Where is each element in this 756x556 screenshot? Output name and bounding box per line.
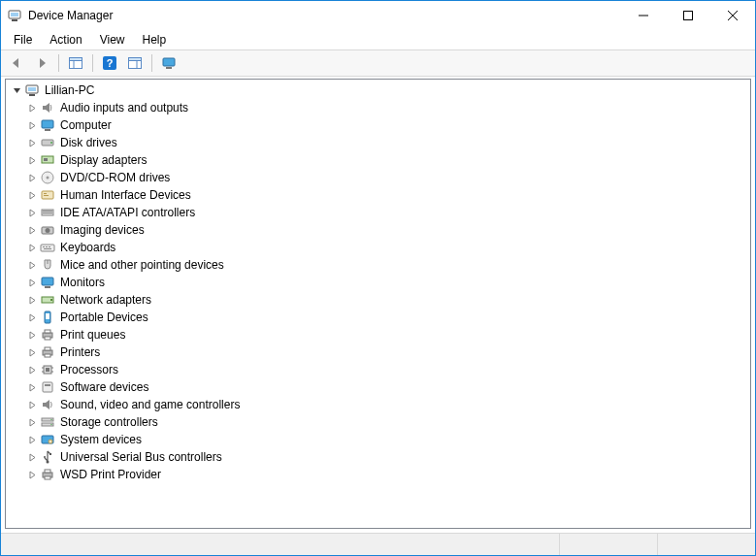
svg-rect-50 [45, 337, 50, 340]
svg-rect-52 [45, 347, 50, 350]
network-icon [40, 292, 55, 308]
status-pane [1, 534, 560, 555]
chevron-right-icon[interactable] [25, 206, 39, 219]
tree-category[interactable]: Monitors [6, 274, 750, 291]
svg-rect-20 [42, 120, 53, 128]
toolbar-separator [151, 54, 152, 72]
chevron-right-icon[interactable] [25, 450, 39, 464]
tree-category-label: Portable Devices [58, 311, 150, 324]
chevron-right-icon[interactable] [25, 380, 39, 394]
tree-category[interactable]: Human Interface Devices [6, 186, 750, 204]
toolbar-show-hide-action-pane-button[interactable] [123, 51, 147, 75]
svg-rect-32 [43, 211, 52, 212]
tree-category[interactable]: Portable Devices [6, 309, 750, 326]
minimize-button[interactable] [621, 1, 666, 30]
svg-rect-25 [44, 158, 48, 161]
menu-view[interactable]: View [93, 32, 132, 48]
svg-point-68 [47, 461, 49, 464]
chevron-right-icon[interactable] [25, 468, 39, 481]
chevron-right-icon[interactable] [25, 311, 39, 324]
toolbar: ? [1, 49, 755, 77]
chevron-right-icon[interactable] [25, 433, 39, 446]
tree-category[interactable]: Universal Serial Bus controllers [6, 448, 750, 466]
tree-category[interactable]: Imaging devices [6, 221, 750, 239]
chevron-right-icon[interactable] [25, 241, 39, 254]
svg-rect-4 [684, 12, 693, 20]
menu-file[interactable]: File [7, 32, 39, 48]
toolbar-forward-button[interactable] [30, 51, 53, 75]
toolbar-separator [58, 54, 59, 72]
tree-root[interactable]: Lillian-PC [6, 82, 750, 99]
tree-category[interactable]: Computer [6, 116, 750, 134]
tree-category[interactable]: Audio inputs and outputs [6, 99, 750, 116]
svg-rect-37 [43, 246, 45, 247]
printer-icon [40, 467, 55, 482]
tree-category[interactable]: Printers [6, 343, 750, 361]
tree-category[interactable]: DVD/CD-ROM drives [6, 169, 750, 186]
svg-rect-21 [45, 129, 50, 131]
tree-category-label: Disk drives [58, 136, 119, 149]
chevron-right-icon[interactable] [25, 415, 39, 429]
tree-category[interactable]: Software devices [6, 378, 750, 396]
toolbar-back-button[interactable] [5, 51, 28, 75]
menu-help[interactable]: Help [136, 32, 174, 48]
window-controls [621, 1, 755, 30]
chevron-right-icon[interactable] [25, 293, 39, 307]
tree-category[interactable]: WSD Print Provider [6, 466, 750, 483]
svg-rect-29 [44, 193, 47, 194]
portable-icon [40, 310, 55, 325]
chevron-right-icon[interactable] [25, 363, 39, 376]
maximize-button[interactable] [666, 1, 710, 30]
chevron-right-icon[interactable] [25, 258, 39, 272]
tree-category-label: Display adapters [58, 153, 148, 167]
chevron-right-icon[interactable] [25, 345, 39, 359]
chevron-right-icon[interactable] [25, 188, 39, 202]
chevron-right-icon[interactable] [25, 101, 39, 114]
tree-category[interactable]: Print queues [6, 326, 750, 343]
chevron-down-icon[interactable] [10, 83, 23, 97]
toolbar-show-hide-tree-button[interactable] [64, 51, 87, 75]
tree-category[interactable]: Storage controllers [6, 413, 750, 431]
tree-category[interactable]: Display adapters [6, 151, 750, 169]
tree-category[interactable]: Keyboards [6, 239, 750, 256]
tree-category[interactable]: Processors [6, 361, 750, 378]
chevron-right-icon[interactable] [25, 223, 39, 237]
chevron-right-icon[interactable] [25, 136, 39, 149]
tree-category[interactable]: Mice and other pointing devices [6, 256, 750, 274]
svg-rect-30 [44, 195, 49, 196]
menu-action[interactable]: Action [43, 32, 88, 48]
tree-category[interactable]: IDE ATA/ATAPI controllers [6, 204, 750, 221]
svg-rect-49 [45, 330, 50, 333]
chevron-right-icon[interactable] [25, 153, 39, 167]
window-title: Device Manager [28, 9, 621, 22]
svg-rect-45 [50, 299, 52, 301]
tree-category-label: WSD Print Provider [58, 468, 163, 481]
ide-icon [40, 205, 55, 220]
svg-rect-55 [46, 368, 49, 372]
svg-rect-47 [46, 313, 49, 319]
close-button[interactable] [710, 1, 755, 30]
cdrom-icon [40, 170, 55, 185]
device-tree[interactable]: Lillian-PC Audio inputs and outputsCompu… [5, 79, 751, 529]
tree-category[interactable]: Network adapters [6, 291, 750, 309]
chevron-right-icon[interactable] [25, 328, 39, 342]
svg-point-65 [50, 424, 51, 425]
tree-category-label: System devices [58, 433, 144, 446]
chevron-right-icon[interactable] [25, 398, 39, 411]
cpu-icon [40, 362, 55, 377]
chevron-right-icon[interactable] [25, 171, 39, 184]
tree-category[interactable]: Disk drives [6, 134, 750, 151]
speaker-icon [40, 100, 55, 115]
chevron-right-icon[interactable] [25, 276, 39, 289]
toolbar-computers-button[interactable] [157, 51, 181, 75]
status-bar [1, 533, 755, 555]
tree-category[interactable]: System devices [6, 431, 750, 448]
tree-category-label: IDE ATA/ATAPI controllers [58, 206, 197, 219]
device-manager-window: Device Manager File Action View Help [0, 0, 756, 556]
tree-category-label: Sound, video and game controllers [58, 398, 242, 411]
chevron-right-icon[interactable] [25, 118, 39, 132]
tree-category[interactable]: Sound, video and game controllers [6, 396, 750, 413]
computer-icon [24, 82, 40, 98]
toolbar-help-button[interactable]: ? [98, 51, 121, 75]
printer-icon [40, 344, 55, 360]
